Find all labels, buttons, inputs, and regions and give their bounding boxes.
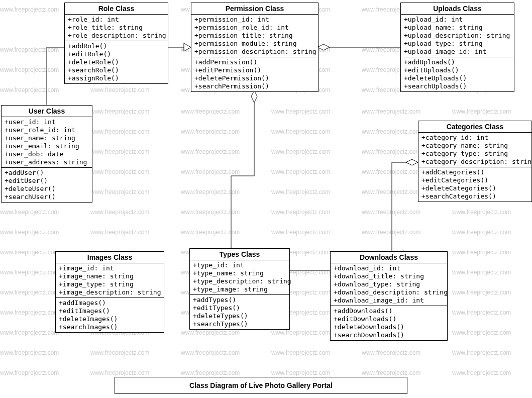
watermark-text: www.freeprojectz.com xyxy=(90,86,149,93)
class-title: Role Class xyxy=(65,3,168,15)
watermark-text: www.freeprojectz.com xyxy=(452,309,511,316)
class-member: +permission_id: int xyxy=(194,16,315,24)
class-member: +permission_title: string xyxy=(194,32,315,40)
watermark-text: www.freeprojectz.com xyxy=(362,229,420,236)
class-member: +addTypes() xyxy=(193,296,286,304)
class-member: +user_email: string xyxy=(5,142,89,150)
class-member: +deleteImages() xyxy=(59,315,161,323)
class-member: +download_title: string xyxy=(334,272,444,280)
class-member: +user_role_id: int xyxy=(5,126,89,134)
watermark-text: www.freeprojectz.com xyxy=(271,229,330,236)
watermark-text: www.freeprojectz.com xyxy=(362,369,420,376)
class-member: +addUploads() xyxy=(404,58,511,66)
watermark-text: www.freeprojectz.com xyxy=(0,349,59,356)
class-member: +upload_image_id: int xyxy=(404,48,511,56)
class-member: +searchRole() xyxy=(68,66,165,74)
watermark-text: www.freeprojectz.com xyxy=(0,369,59,376)
methods: +addUser()+editUser()+deleteUser()+searc… xyxy=(2,168,92,202)
class-member: +image_type: string xyxy=(59,280,161,288)
class-member: +searchDownloads() xyxy=(334,331,444,339)
watermark-text: www.freeprojectz.com xyxy=(362,209,420,216)
watermark-text: www.freeprojectz.com xyxy=(0,229,59,236)
watermark-text: www.freeprojectz.com xyxy=(271,168,330,175)
watermark-text: www.freeprojectz.com xyxy=(452,269,511,276)
watermark-text: www.freeprojectz.com xyxy=(452,329,511,336)
methods: +addImages()+editImages()+deleteImages()… xyxy=(56,298,164,332)
class-member: +type_description: string xyxy=(193,277,286,285)
class-member: +searchImages() xyxy=(59,323,161,331)
class-member: +addPermission() xyxy=(194,58,315,66)
class-categories: Categories Class +category_id: int+categ… xyxy=(418,121,532,202)
class-member: +download_description: string xyxy=(334,288,444,296)
watermark-text: www.freeprojectz.com xyxy=(271,128,330,135)
watermark-text: www.freeprojectz.com xyxy=(90,128,149,135)
watermark-text: www.freeprojectz.com xyxy=(362,108,420,115)
watermark-text: www.freeprojectz.com xyxy=(271,369,330,376)
attrs: +category_id: int+category_name: string+… xyxy=(418,133,531,167)
class-member: +user_dob: date xyxy=(5,150,89,158)
watermark-text: www.freeprojectz.com xyxy=(0,66,59,73)
watermark-text: www.freeprojectz.com xyxy=(0,209,59,216)
attrs: +download_id: int+download_title: string… xyxy=(331,263,447,306)
class-downloads: Downloads Class +download_id: int+downlo… xyxy=(330,251,448,341)
watermark-text: www.freeprojectz.com xyxy=(452,369,511,376)
class-member: +category_description: string xyxy=(421,158,528,166)
watermark-text: www.freeprojectz.com xyxy=(181,168,240,175)
class-member: +role_id: int xyxy=(68,16,165,24)
watermark-text: www.freeprojectz.com xyxy=(90,209,149,216)
class-member: +role_title: string xyxy=(68,24,165,32)
class-member: +type_id: int xyxy=(193,261,286,269)
class-member: +permission_description: string xyxy=(194,48,315,56)
watermark-text: www.freeprojectz.com xyxy=(362,349,420,356)
svg-marker-12 xyxy=(317,44,330,50)
class-member: +upload_name: string xyxy=(404,24,511,32)
attrs: +image_id: int+image_name: string+image_… xyxy=(56,263,164,298)
watermark-text: www.freeprojectz.com xyxy=(271,329,330,336)
class-member: +editCategories() xyxy=(421,176,528,184)
class-member: +editTypes() xyxy=(193,304,286,312)
watermark-text: www.freeprojectz.com xyxy=(452,289,511,296)
watermark-text: www.freeprojectz.com xyxy=(181,108,240,115)
class-member: +searchUploads() xyxy=(404,82,511,90)
class-member: +deleteDownloads() xyxy=(334,323,444,331)
caption-text: Class Diagram of Live Photo Gallery Port… xyxy=(189,381,333,389)
class-member: +editImages() xyxy=(59,307,161,315)
class-title: Categories Class xyxy=(418,121,531,133)
watermark-text: www.freeprojectz.com xyxy=(452,209,511,216)
watermark-text: www.freeprojectz.com xyxy=(181,329,240,336)
class-permission: Permission Class +permission_id: int+per… xyxy=(191,3,318,92)
class-member: +image_description: string xyxy=(59,288,161,296)
class-title: Downloads Class xyxy=(331,252,447,263)
svg-marker-13 xyxy=(251,90,257,103)
methods: +addTypes()+editTypes()+deleteTypes()+se… xyxy=(190,295,289,329)
watermark-text: www.freeprojectz.com xyxy=(0,309,59,316)
watermark-text: www.freeprojectz.com xyxy=(362,188,420,195)
class-member: +user_name: string xyxy=(5,134,89,142)
class-member: +type_image: string xyxy=(193,285,286,293)
class-member: +searchPermission() xyxy=(194,82,315,90)
class-member: +image_id: int xyxy=(59,264,161,272)
class-member: +upload_id: int xyxy=(404,16,511,24)
methods: +addCategories()+editCategories()+delete… xyxy=(418,167,531,202)
watermark-text: www.freeprojectz.com xyxy=(0,46,59,53)
class-member: +addRole() xyxy=(68,42,165,50)
class-member: +deleteUploads() xyxy=(404,74,511,82)
watermark-text: www.freeprojectz.com xyxy=(90,108,149,115)
class-member: +permission_role_id: int xyxy=(194,24,315,32)
class-member: +download_type: string xyxy=(334,280,444,288)
class-member: +addDownloads() xyxy=(334,307,444,315)
class-member: +download_image_id: int xyxy=(334,296,444,305)
class-member: +category_type: string xyxy=(421,150,528,158)
watermark-text: www.freeprojectz.com xyxy=(0,329,59,336)
class-uploads: Uploads Class +upload_id: int+upload_nam… xyxy=(400,3,514,92)
class-member: +role_description: string xyxy=(68,32,165,40)
watermark-text: www.freeprojectz.com xyxy=(0,6,59,13)
attrs: +user_id: int+user_role_id: int+user_nam… xyxy=(2,117,92,168)
class-title: Uploads Class xyxy=(401,3,514,15)
class-member: +type_name: string xyxy=(193,269,286,277)
watermark-text: www.freeprojectz.com xyxy=(90,369,149,376)
watermark-text: www.freeprojectz.com xyxy=(181,128,240,135)
class-member: +deleteTypes() xyxy=(193,312,286,320)
watermark-text: www.freeprojectz.com xyxy=(181,229,240,236)
watermark-text: www.freeprojectz.com xyxy=(0,249,59,256)
